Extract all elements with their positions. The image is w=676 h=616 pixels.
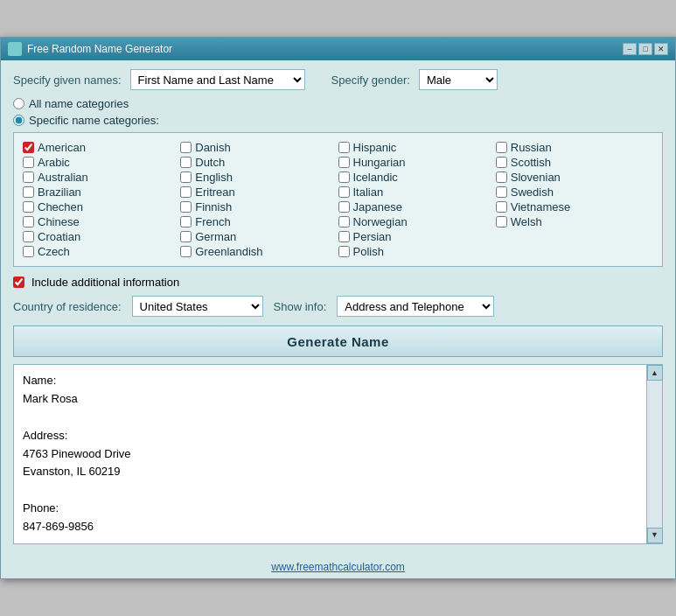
window-title: Free Random Name Generator: [27, 43, 172, 55]
checkbox-swedish[interactable]: [496, 186, 507, 198]
checkbox-dutch[interactable]: [180, 157, 192, 168]
checkbox-chechen[interactable]: [23, 201, 34, 213]
all-categories-radio-label[interactable]: All name categories: [13, 97, 663, 110]
label-slovenian: Slovenian: [511, 171, 561, 184]
additional-info-row: Include additional information: [13, 276, 663, 289]
list-item: Czech: [23, 244, 180, 259]
checkbox-polish[interactable]: [338, 246, 350, 257]
label-swedish: Swedish: [511, 186, 554, 199]
label-finnish: Finnish: [195, 200, 232, 214]
minimize-button[interactable]: –: [623, 43, 637, 55]
scroll-down-button[interactable]: ▼: [647, 528, 663, 543]
checkbox-australian[interactable]: [23, 172, 34, 183]
footer-link[interactable]: www.freemathcalculator.com: [271, 561, 405, 573]
scroll-up-button[interactable]: ▲: [647, 365, 663, 381]
specify-gender-label: Specify gender:: [331, 74, 410, 87]
country-label: Country of residence:: [13, 300, 122, 313]
checkbox-hungarian[interactable]: [338, 157, 350, 168]
checkbox-icelandic[interactable]: [338, 172, 350, 183]
label-english: English: [195, 171, 233, 184]
label-italian: Italian: [353, 186, 384, 199]
label-arabic: Arabic: [38, 156, 70, 169]
output-area: Name: Mark Rosa Address: 4763 Pinewood D…: [13, 364, 663, 543]
list-item: Norwegian: [338, 214, 496, 229]
gender-select[interactable]: Male Female Either: [419, 69, 498, 90]
titlebar-buttons: – □ ✕: [623, 43, 668, 55]
checkbox-eritrean[interactable]: [180, 186, 192, 198]
titlebar: Free Random Name Generator – □ ✕: [1, 38, 675, 60]
list-item: French: [180, 214, 338, 229]
show-info-label: Show info:: [274, 300, 327, 313]
checkbox-vietnamese[interactable]: [496, 201, 507, 213]
checkbox-chinese[interactable]: [23, 216, 34, 228]
checkbox-slovenian[interactable]: [496, 172, 507, 183]
all-categories-radio[interactable]: [13, 98, 24, 109]
label-dutch: Dutch: [195, 156, 225, 169]
checkbox-croatian[interactable]: [23, 231, 34, 242]
checkbox-include-additional[interactable]: [13, 276, 24, 288]
footer: www.freemathcalculator.com: [1, 553, 675, 578]
list-item: Croatian: [23, 229, 180, 244]
name-category-radio-group: All name categories Specific name catego…: [13, 97, 663, 127]
output-line: Evanston, IL 60219: [23, 463, 638, 481]
checkbox-norwegian[interactable]: [338, 216, 350, 228]
close-button[interactable]: ✕: [654, 43, 668, 55]
list-item: Hispanic: [338, 140, 496, 155]
checkbox-finnish[interactable]: [180, 201, 192, 213]
checkbox-welsh[interactable]: [496, 216, 507, 228]
label-polish: Polish: [353, 245, 384, 258]
checkbox-brazilian[interactable]: [23, 186, 34, 198]
all-categories-label: All name categories: [29, 97, 129, 110]
scroll-track: [647, 381, 662, 527]
titlebar-title: Free Random Name Generator: [8, 42, 172, 56]
checkbox-french[interactable]: [180, 216, 192, 228]
checkbox-czech[interactable]: [23, 246, 34, 257]
label-hispanic: Hispanic: [353, 141, 397, 154]
country-select[interactable]: United States Canada United Kingdom Aust…: [132, 296, 263, 317]
show-info-select[interactable]: Address and Telephone Address Only Telep…: [337, 296, 494, 317]
list-item: Scottish: [496, 155, 653, 170]
checkbox-english[interactable]: [180, 172, 192, 183]
specific-categories-radio-label[interactable]: Specific name categories:: [13, 114, 663, 127]
checkbox-russian[interactable]: [496, 142, 507, 153]
restore-button[interactable]: □: [638, 43, 652, 55]
output-content: Name: Mark Rosa Address: 4763 Pinewood D…: [23, 372, 638, 536]
list-item: Russian: [496, 140, 653, 155]
cat-col-3: Russian Scottish Slovenian Swedish: [496, 140, 653, 259]
list-item: Hungarian: [338, 155, 496, 170]
scrollbar[interactable]: ▲ ▼: [646, 365, 662, 542]
checkbox-danish[interactable]: [180, 142, 192, 153]
checkbox-scottish[interactable]: [496, 157, 507, 168]
specific-categories-label: Specific name categories:: [29, 114, 159, 127]
list-item: Eritrean: [180, 185, 338, 200]
list-item: Vietnamese: [496, 200, 653, 214]
checkbox-german[interactable]: [180, 231, 192, 242]
categories-box: American Arabic Australian Brazilian: [13, 132, 663, 267]
list-item: Polish: [338, 244, 496, 259]
list-item: Chinese: [23, 214, 180, 229]
label-russian: Russian: [511, 141, 552, 154]
list-item: Danish: [180, 140, 338, 155]
checkbox-american[interactable]: [23, 142, 34, 153]
label-australian: Australian: [38, 171, 88, 184]
checkbox-arabic[interactable]: [23, 157, 34, 168]
cat-col-2: Hispanic Hungarian Icelandic Italian: [338, 140, 496, 259]
list-item: English: [180, 170, 338, 185]
checkbox-hispanic[interactable]: [338, 142, 350, 153]
given-names-select[interactable]: First Name and Last Name First Name Only…: [130, 69, 305, 90]
list-item: Swedish: [496, 185, 653, 200]
label-czech: Czech: [38, 245, 70, 258]
main-content: Specify given names: First Name and Last…: [1, 60, 675, 552]
output-line: Phone:: [23, 500, 638, 518]
checkbox-italian[interactable]: [338, 186, 350, 198]
checkbox-persian[interactable]: [338, 231, 350, 242]
list-item: Australian: [23, 170, 180, 185]
specific-categories-radio[interactable]: [13, 115, 24, 126]
label-chechen: Chechen: [38, 200, 83, 214]
checkbox-japanese[interactable]: [338, 201, 350, 213]
generate-button[interactable]: Generate Name: [13, 326, 663, 357]
include-additional-label: Include additional information: [31, 276, 179, 289]
list-item: Italian: [338, 185, 496, 200]
checkbox-greenlandish[interactable]: [180, 246, 192, 257]
cat-col-0: American Arabic Australian Brazilian: [23, 140, 180, 259]
